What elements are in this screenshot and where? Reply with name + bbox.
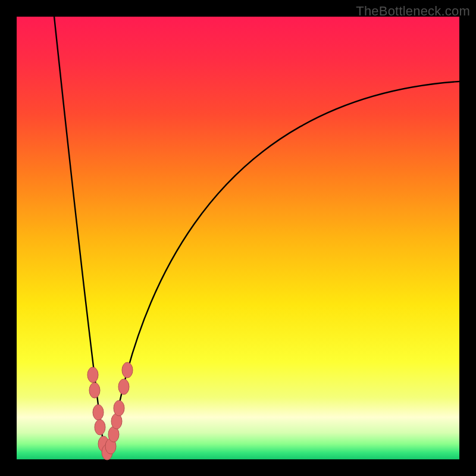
component-marker xyxy=(95,419,105,435)
watermark-text: TheBottleneck.com xyxy=(356,4,470,19)
chart-frame: TheBottleneck.com xyxy=(0,0,476,476)
component-marker xyxy=(93,405,104,420)
component-marker xyxy=(122,362,133,378)
component-marker xyxy=(89,383,100,398)
curve-layer xyxy=(17,17,459,459)
component-markers xyxy=(87,362,133,460)
plot-area xyxy=(17,17,459,459)
component-marker xyxy=(87,367,98,383)
component-marker xyxy=(114,400,124,416)
bottleneck-curve-right xyxy=(111,81,469,450)
component-marker xyxy=(118,379,129,394)
